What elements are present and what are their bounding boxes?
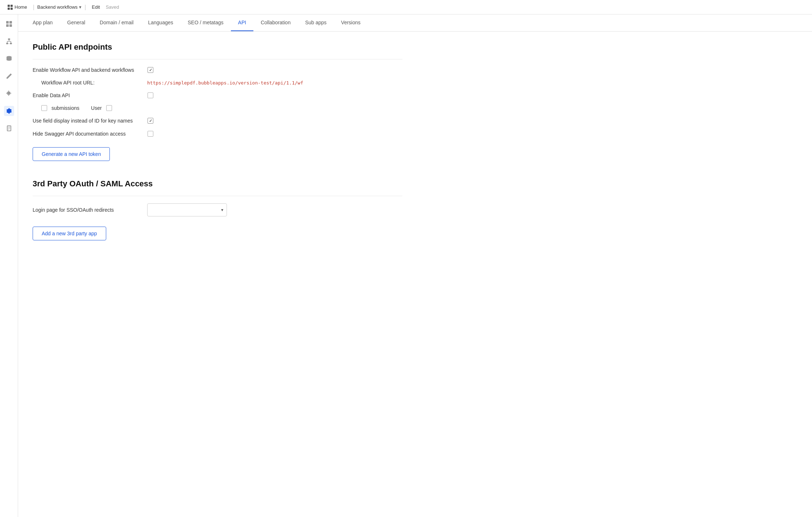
sidebar-icon-database[interactable] <box>4 54 14 64</box>
saved-status: Saved <box>106 4 119 10</box>
user-item: User <box>91 105 112 111</box>
edit-button[interactable]: Edit <box>89 3 103 11</box>
hide-swagger-checkbox-wrapper <box>147 131 154 137</box>
submissions-user-row: submissions User <box>41 105 402 111</box>
workflow-label: Backend workflows <box>37 4 78 10</box>
user-checkbox[interactable] <box>106 105 112 111</box>
sidebar-icon-grid[interactable] <box>4 19 14 29</box>
hide-swagger-checkbox[interactable] <box>148 131 153 137</box>
login-page-select[interactable] <box>147 203 227 216</box>
svg-rect-1 <box>11 5 13 7</box>
sidebar-icon-hierarchy[interactable] <box>4 36 14 46</box>
submissions-label: submissions <box>51 105 79 111</box>
tab-versions[interactable]: Versions <box>334 15 368 31</box>
svg-rect-7 <box>9 24 12 27</box>
enable-data-api-checkbox-wrapper <box>147 92 154 99</box>
enable-data-api-label: Enable Data API <box>33 92 141 98</box>
use-field-display-row: Use field display instead of ID for key … <box>33 117 402 124</box>
workflow-selector[interactable]: Backend workflows ▾ <box>37 4 82 10</box>
login-page-label: Login page for SSO/OAuth redirects <box>33 207 141 213</box>
tab-sub-apps[interactable]: Sub apps <box>298 15 334 31</box>
tab-languages[interactable]: Languages <box>141 15 180 31</box>
svg-rect-6 <box>6 24 9 27</box>
workflow-url-label: Workflow API root URL: <box>33 80 141 86</box>
api-settings-content: Public API endpoints Enable Workflow API… <box>18 32 417 258</box>
top-bar: Home | Backend workflows ▾ | Edit Saved <box>0 0 812 15</box>
user-label: User <box>91 105 102 111</box>
svg-rect-4 <box>6 21 9 24</box>
tab-app-plan[interactable]: App plan <box>25 15 60 31</box>
login-page-select-wrapper: ▾ <box>147 203 227 216</box>
oauth-divider <box>33 196 402 196</box>
main-content: App plan General Domain / email Language… <box>18 15 812 517</box>
public-api-title: Public API endpoints <box>33 42 402 52</box>
home-grid-icon <box>7 4 13 10</box>
tab-general[interactable]: General <box>60 15 92 31</box>
add-third-party-app-button[interactable]: Add a new 3rd party app <box>33 227 106 240</box>
workflow-api-url[interactable]: https://simplepdf.bubbleapps.io/version-… <box>147 80 303 86</box>
submissions-item: submissions <box>41 105 79 111</box>
svg-rect-3 <box>11 8 13 10</box>
submissions-checkbox[interactable] <box>41 105 47 111</box>
enable-data-api-row: Enable Data API <box>33 92 402 99</box>
enable-workflow-checkbox[interactable] <box>148 67 153 73</box>
separator: | <box>33 4 34 11</box>
layout: App plan General Domain / email Language… <box>0 15 812 517</box>
home-button[interactable]: Home <box>4 3 30 12</box>
hide-swagger-label: Hide Swagger API documentation access <box>33 131 141 137</box>
sidebar-icon-plugin[interactable] <box>4 88 14 99</box>
svg-rect-5 <box>9 21 12 24</box>
use-field-display-checkbox[interactable] <box>148 118 153 124</box>
sidebar-icon-logs[interactable] <box>4 123 14 133</box>
tab-api[interactable]: API <box>231 15 254 31</box>
workflow-url-row: Workflow API root URL: https://simplepdf… <box>33 80 402 86</box>
sidebar-icon-settings[interactable] <box>4 106 14 116</box>
svg-rect-0 <box>8 5 10 7</box>
enable-workflow-label: Enable Workflow API and backend workflow… <box>33 67 141 73</box>
login-page-row: Login page for SSO/OAuth redirects ▾ <box>33 203 402 216</box>
svg-rect-9 <box>6 43 8 44</box>
use-field-display-label: Use field display instead of ID for key … <box>33 118 141 124</box>
svg-rect-2 <box>8 8 10 10</box>
enable-data-api-checkbox[interactable] <box>148 92 153 98</box>
section-divider <box>33 59 402 59</box>
oauth-title: 3rd Party OAuth / SAML Access <box>33 179 402 189</box>
sidebar <box>0 15 18 517</box>
sidebar-icon-pencil[interactable] <box>4 71 14 81</box>
home-label: Home <box>14 4 27 10</box>
hide-swagger-row: Hide Swagger API documentation access <box>33 131 402 137</box>
use-field-display-checkbox-wrapper <box>147 117 154 124</box>
oauth-section: 3rd Party OAuth / SAML Access Login page… <box>33 179 402 248</box>
enable-workflow-checkbox-wrapper <box>147 67 154 73</box>
separator2: | <box>84 4 86 11</box>
enable-workflow-row: Enable Workflow API and backend workflow… <box>33 67 402 73</box>
svg-rect-10 <box>10 43 12 44</box>
tab-collaboration[interactable]: Collaboration <box>253 15 298 31</box>
settings-tabs: App plan General Domain / email Language… <box>18 15 812 32</box>
workflow-dropdown-arrow[interactable]: ▾ <box>79 4 82 10</box>
tab-seo-metatags[interactable]: SEO / metatags <box>181 15 231 31</box>
generate-token-button[interactable]: Generate a new API token <box>33 147 110 161</box>
tab-domain-email[interactable]: Domain / email <box>92 15 141 31</box>
svg-rect-8 <box>8 38 10 40</box>
